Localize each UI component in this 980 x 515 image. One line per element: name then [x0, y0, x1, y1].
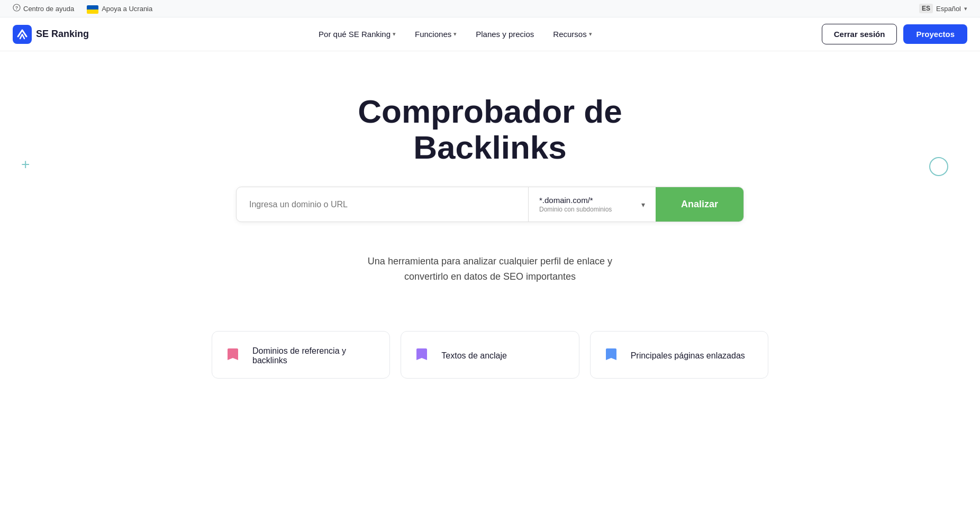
domain-chevron-down-icon: ▾	[641, 200, 645, 209]
deco-plus-icon: +	[21, 157, 30, 172]
top-bar: ? Centro de ayuda Apoya a Ucrania ES Esp…	[0, 0, 980, 17]
hero-description: Una herramienta para analizar cualquier …	[368, 254, 612, 284]
hero-section: + Comprobador de Backlinks *.domain.com/…	[0, 51, 980, 331]
svg-text:?: ?	[15, 5, 19, 11]
search-bar: *.domain.com/* Dominio con subdominios ▾…	[236, 187, 744, 222]
deco-circle-icon	[929, 157, 948, 176]
domains-icon	[227, 347, 244, 364]
ukraine-flag-icon	[87, 3, 98, 14]
nav-actions: Cerrar sesión Proyectos	[822, 24, 967, 44]
lang-chevron-icon[interactable]: ▾	[964, 5, 967, 12]
help-center-link[interactable]: ? Centro de ayuda	[13, 4, 74, 13]
ukraine-label: Apoya a Ucrania	[102, 5, 152, 13]
nav-links: Por qué SE Ranking ▾ Funciones ▾ Planes …	[311, 25, 600, 43]
domain-type-selector[interactable]: *.domain.com/* Dominio con subdominios ▾	[529, 187, 656, 222]
search-input[interactable]	[237, 187, 528, 222]
login-button[interactable]: Cerrar sesión	[822, 24, 897, 44]
lang-code: ES	[919, 4, 933, 13]
feature-card-pages[interactable]: Principales páginas enlazadas	[590, 331, 768, 379]
nav-item-why[interactable]: Por qué SE Ranking ▾	[311, 25, 403, 43]
help-icon: ?	[13, 4, 21, 13]
feature-card-domains[interactable]: Dominios de referencia y backlinks	[212, 331, 390, 379]
se-ranking-logo-icon	[13, 25, 32, 44]
nav-item-pricing[interactable]: Planes y precios	[468, 25, 541, 43]
chevron-down-icon: ▾	[589, 31, 592, 38]
nav-item-resources[interactable]: Recursos ▾	[546, 25, 599, 43]
projects-button[interactable]: Proyectos	[903, 24, 967, 44]
lang-name: Español	[936, 5, 961, 13]
domain-option-sub: Dominio con subdominios	[539, 206, 612, 213]
nav-logo[interactable]: SE Ranking	[13, 25, 89, 44]
pages-icon	[605, 347, 622, 364]
ukraine-support-link[interactable]: Apoya a Ucrania	[87, 3, 152, 14]
help-label: Centro de ayuda	[23, 5, 74, 13]
card-label-anchor: Textos de anclaje	[441, 351, 507, 361]
nav-logo-text: SE Ranking	[36, 29, 89, 40]
card-label-pages: Principales páginas enlazadas	[631, 351, 745, 361]
domain-selector-text: *.domain.com/* Dominio con subdominios	[539, 196, 612, 213]
domain-option-main: *.domain.com/*	[539, 196, 612, 205]
nav-item-features[interactable]: Funciones ▾	[407, 25, 464, 43]
chevron-down-icon: ▾	[453, 31, 457, 38]
card-label-domains: Dominios de referencia y backlinks	[252, 346, 375, 365]
feature-cards: Dominios de referencia y backlinks Texto…	[199, 331, 781, 379]
feature-card-anchor[interactable]: Textos de anclaje	[401, 331, 579, 379]
main-nav: SE Ranking Por qué SE Ranking ▾ Funcione…	[0, 17, 980, 51]
page-title: Comprobador de Backlinks	[278, 94, 702, 165]
chevron-down-icon: ▾	[393, 31, 396, 38]
top-bar-left: ? Centro de ayuda Apoya a Ucrania	[13, 3, 152, 14]
anchor-icon	[416, 347, 433, 364]
analyze-button[interactable]: Analizar	[656, 187, 743, 222]
top-bar-right: ES Español ▾	[919, 4, 967, 13]
